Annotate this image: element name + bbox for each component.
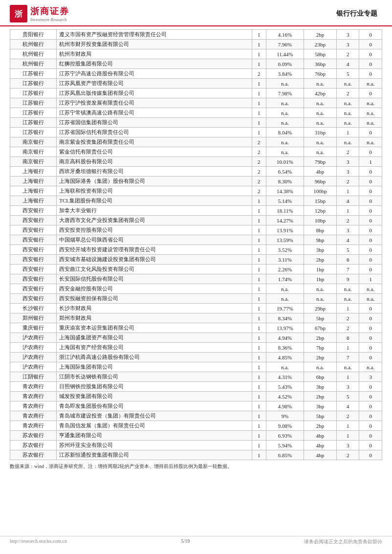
cell-11-4: n.a. (304, 137, 337, 147)
cell-25-3: 1.74% (266, 274, 304, 284)
cell-40-2: 1 (252, 421, 266, 431)
cell-33-6: 0 (359, 353, 382, 362)
cell-5-0: 江苏银行 (10, 79, 57, 89)
cell-12-1: 紫金信托有限责任公司 (57, 147, 252, 157)
cell-23-4: 2bp (304, 255, 337, 265)
cell-41-4: 4bp (304, 431, 337, 441)
cell-13-0: 南京银行 (10, 157, 57, 167)
page-number: 5/19 (181, 538, 190, 545)
cell-36-5: 3 (336, 382, 359, 392)
cell-39-3: 9% (266, 411, 304, 421)
cell-3-0: 杭州银行 (10, 59, 57, 69)
cell-38-1: 青岛即发集团股份有限公司 (57, 401, 252, 411)
cell-2-2: 1 (252, 49, 266, 59)
cell-22-6: 0 (359, 245, 382, 255)
cell-42-6: 0 (359, 441, 382, 450)
cell-41-2: 1 (252, 431, 266, 441)
cell-17-3: 5.14% (266, 196, 304, 206)
cell-5-4: n.a. (304, 79, 337, 89)
table-row: 上海银行上海国际港务（集团）股份有限公司28.30%96bp20 (10, 177, 382, 186)
cell-25-4: 1bp (304, 274, 337, 284)
footer-disclaimer: 请务必阅读正文之后的免责条款部分 (304, 538, 382, 545)
table-row: 西安银行中国烟草总公司陕西省公司113.59%9bp40 (10, 235, 382, 245)
table-row: 青农商行青岛城市建设投资（集团）有限责任公司19%5bp20 (10, 411, 382, 421)
cell-29-1: 郑州市财政局 (57, 313, 252, 323)
cell-42-1: 苏州环亚实业有限公司 (57, 441, 252, 450)
cell-21-2: 1 (252, 235, 266, 245)
cell-17-2: 1 (252, 196, 266, 206)
cell-32-1: 上海国有资产经营有限公司 (57, 343, 252, 353)
cell-11-5: n.a. (336, 137, 359, 147)
cell-35-5: 1 (336, 372, 359, 382)
cell-31-6: 0 (359, 333, 382, 343)
cell-7-2: 1 (252, 98, 266, 108)
cell-41-5: 1 (336, 431, 359, 441)
cell-14-3: 6.54% (266, 167, 304, 177)
cell-26-0: 西安银行 (10, 284, 57, 294)
footnote-text: 数据来源：wind，浙商证券研究所。注：增持周期2轮的产业资本、增持前后持股比例… (10, 464, 232, 469)
cell-33-2: 1 (252, 353, 266, 362)
cell-2-1: 杭州市财政局 (57, 49, 252, 59)
cell-15-6: 0 (359, 177, 382, 186)
cell-20-3: 13.91% (266, 225, 304, 235)
cell-34-0: 沪农商行 (10, 362, 57, 372)
cell-20-0: 西安银行 (10, 225, 57, 235)
cell-38-2: 1 (252, 401, 266, 411)
cell-7-4: n.a. (304, 98, 337, 108)
cell-36-6: 0 (359, 382, 382, 392)
cell-13-5: 3 (336, 157, 359, 167)
cell-30-2: 1 (252, 323, 266, 333)
cell-14-5: 3 (336, 167, 359, 177)
cell-22-0: 西安银行 (10, 245, 57, 255)
cell-0-2: 1 (252, 30, 266, 40)
cell-34-3: n.a. (266, 362, 304, 372)
cell-32-4: 7bp (304, 343, 337, 353)
table-row: 江苏银行江苏宁常镇澳高速公路有限公司1n.a.n.a.n.a.n.a. (10, 108, 382, 118)
cell-23-2: 1 (252, 255, 266, 265)
cell-26-3: n.a. (266, 284, 304, 294)
cell-18-1: 加拿大丰业银行 (57, 206, 252, 216)
cell-20-2: 1 (252, 225, 266, 235)
cell-30-5: 2 (336, 323, 359, 333)
cell-19-5: 2 (336, 216, 359, 225)
table-row: 江阴银行江阴市长达钢铁有限公司14.31%6bp13 (10, 372, 382, 382)
cell-43-2: 1 (252, 450, 266, 460)
cell-30-4: 67bp (304, 323, 337, 333)
cell-35-4: 6bp (304, 372, 337, 382)
cell-33-0: 沪农商行 (10, 353, 57, 362)
cell-19-6: 0 (359, 216, 382, 225)
cell-6-3: 7.98% (266, 89, 304, 98)
cell-4-4: 76bp (304, 69, 337, 79)
cell-9-2: 1 (252, 118, 266, 128)
cell-12-3: n.a. (266, 147, 304, 157)
cell-18-4: 12bp (304, 206, 337, 216)
cell-35-2: 1 (252, 372, 266, 382)
cell-37-2: 1 (252, 392, 266, 401)
cell-19-4: 10bp (304, 216, 337, 225)
cell-28-0: 长沙银行 (10, 304, 57, 313)
cell-24-0: 西安银行 (10, 265, 57, 274)
cell-20-5: 3 (336, 225, 359, 235)
cell-39-1: 青岛城市建设投资（集团）有限责任公司 (57, 411, 252, 421)
table-row: 青农商行城发投资集团有限公司14.52%2bp50 (10, 392, 382, 401)
cell-21-6: 0 (359, 235, 382, 245)
cell-16-0: 上海银行 (10, 186, 57, 196)
cell-34-2: 1 (252, 362, 266, 372)
cell-24-6: 0 (359, 265, 382, 274)
table-row: 沪农商行浙江沪杭甬高速公路股份有限公司14.85%2bp70 (10, 353, 382, 362)
cell-20-4: 8bp (304, 225, 337, 235)
cell-23-3: 3.11% (266, 255, 304, 265)
cell-9-1: 江苏省国信集团有限公司 (57, 118, 252, 128)
table-row: 江苏银行江苏省国际信托有限责任公司18.04%31bp10 (10, 128, 382, 137)
cell-25-1: 长安国际信托股份有限公司 (57, 274, 252, 284)
cell-18-2: 1 (252, 206, 266, 216)
cell-39-6: 0 (359, 411, 382, 421)
table-row: 杭州银行红狮控股集团有限公司16.09%36bp40 (10, 59, 382, 69)
cell-31-4: 2bp (304, 333, 337, 343)
cell-29-6: 0 (359, 313, 382, 323)
cell-33-4: 2bp (304, 353, 337, 362)
cell-10-1: 江苏省国际信托有限责任公司 (57, 128, 252, 137)
table-row: 西安银行西安投融资担保有限公司1n.a.n.a.n.a.n.a. (10, 294, 382, 304)
cell-8-0: 江苏银行 (10, 108, 57, 118)
page-footer: http://research.stocke.com.cn 5/19 请务必阅读… (0, 536, 392, 545)
